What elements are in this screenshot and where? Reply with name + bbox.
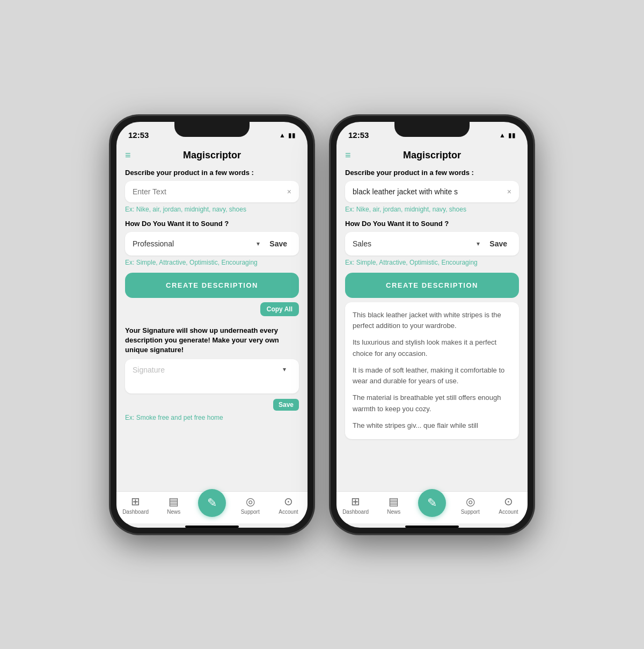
nav-dashboard-label-right: Dashboard xyxy=(342,509,369,515)
sound-label-left: How Do You Want it to Sound ? xyxy=(125,220,299,228)
sound-row-left: Professional Sales Simple Attractive Opt… xyxy=(125,232,299,256)
sound-select-left[interactable]: Professional Sales Simple Attractive Opt… xyxy=(133,239,257,248)
notch-right xyxy=(394,122,470,137)
account-icon-right: ⊙ xyxy=(504,495,513,508)
sound-hint-left: Ex: Simple, Attractive, Optimistic, Enco… xyxy=(125,259,299,266)
nav-account-label-left: Account xyxy=(279,509,298,515)
wifi-icon-left: ▲ xyxy=(279,132,286,139)
desc-p3: It is made of soft leather, making it co… xyxy=(353,365,511,388)
product-label-left: Describe your product in a few words : xyxy=(125,169,299,177)
nav-news-label-right: News xyxy=(387,509,400,515)
bottom-bar-right xyxy=(405,526,459,528)
status-icons-right: ▲ ▮▮ xyxy=(499,132,516,139)
dropdown-arrow-right: ▾ xyxy=(477,240,480,247)
copy-all-btn-left[interactable]: Copy All xyxy=(260,302,299,316)
nav-support-label-left: Support xyxy=(241,509,260,515)
nav-support-label-right: Support xyxy=(461,509,480,515)
notch-left xyxy=(174,122,250,137)
desc-p5: The white stripes giv... que flair while… xyxy=(353,420,511,432)
phone-left: 12:53 ▲ ▮▮ ≡ Magiscriptor Describe your … xyxy=(110,115,314,534)
phone-content-right: Describe your product in a few words : ×… xyxy=(336,166,528,491)
signature-title-left: Your Signature will show up underneath e… xyxy=(125,326,299,355)
create-btn-right[interactable]: CREATE DESCRIPTION xyxy=(345,273,519,298)
nav-news-right[interactable]: ▤ News xyxy=(375,495,413,515)
dashboard-icon-right: ⊞ xyxy=(351,495,360,508)
product-hint-right: Ex: Nike, air, jordan, midnight, navy, s… xyxy=(345,206,519,213)
clear-btn-right[interactable]: × xyxy=(507,187,511,196)
time-right: 12:53 xyxy=(348,130,369,140)
desc-p1: This black leather jacket with white str… xyxy=(353,310,511,332)
nav-news-label-left: News xyxy=(167,509,180,515)
nav-account-left[interactable]: ⊙ Account xyxy=(269,495,308,515)
app-header-right: ≡ Magiscriptor xyxy=(336,145,528,166)
hamburger-icon-left[interactable]: ≡ xyxy=(125,150,131,161)
dropdown-arrow-left: ▾ xyxy=(257,240,260,247)
news-icon-left: ▤ xyxy=(169,495,179,508)
account-icon-left: ⊙ xyxy=(284,495,293,508)
save-sound-btn-left[interactable]: Save xyxy=(265,237,291,250)
time-left: 12:53 xyxy=(128,130,149,140)
dashboard-icon-left: ⊞ xyxy=(131,495,140,508)
battery-icon-right: ▮▮ xyxy=(508,132,516,139)
app-title-right: Magiscriptor xyxy=(403,150,461,161)
desc-p2: Its luxurious and stylish look makes it … xyxy=(353,337,511,360)
nav-news-left[interactable]: ▤ News xyxy=(155,495,193,515)
phone-content-left: Describe your product in a few words : ×… xyxy=(116,166,308,491)
support-icon-left: ◎ xyxy=(246,495,255,508)
compose-btn-left[interactable]: ✎ xyxy=(198,489,226,517)
product-input-right[interactable]: × xyxy=(345,181,519,202)
sig-placeholder-left: Signature xyxy=(133,366,165,374)
product-input-left[interactable]: × xyxy=(125,181,299,202)
bottom-bar-left xyxy=(185,526,239,528)
nav-dashboard-label-left: Dashboard xyxy=(122,509,149,515)
phone-right: 12:53 ▲ ▮▮ ≡ Magiscriptor Describe your … xyxy=(330,115,534,534)
app-header-left: ≡ Magiscriptor xyxy=(116,145,308,166)
status-icons-left: ▲ ▮▮ xyxy=(279,132,296,139)
battery-icon-left: ▮▮ xyxy=(288,132,296,139)
nav-dashboard-left[interactable]: ⊞ Dashboard xyxy=(116,495,155,515)
bottom-nav-left: ⊞ Dashboard ▤ News ✎ ◎ Support ⊙ Accoun xyxy=(116,491,308,523)
sound-select-right[interactable]: Professional Sales Simple Attractive Opt… xyxy=(353,239,477,248)
compose-btn-right[interactable]: ✎ xyxy=(418,489,446,517)
wifi-icon-right: ▲ xyxy=(499,132,506,139)
sig-dropdown-left[interactable]: ▾ xyxy=(283,366,286,373)
create-btn-left[interactable]: CREATE DESCRIPTION xyxy=(125,273,299,298)
sound-row-right: Professional Sales Simple Attractive Opt… xyxy=(345,232,519,256)
product-text-input-left[interactable] xyxy=(133,187,287,196)
bottom-nav-right: ⊞ Dashboard ▤ News ✎ ◎ Support ⊙ Accoun xyxy=(336,491,528,523)
nav-dashboard-right[interactable]: ⊞ Dashboard xyxy=(336,495,375,515)
screenshot-container: 12:53 ▲ ▮▮ ≡ Magiscriptor Describe your … xyxy=(110,115,534,534)
nav-support-left[interactable]: ◎ Support xyxy=(231,495,269,515)
product-label-right: Describe your product in a few words : xyxy=(345,169,519,177)
product-hint-left: Ex: Nike, air, jordan, midnight, navy, s… xyxy=(125,206,299,213)
sound-hint-right: Ex: Simple, Attractive, Optimistic, Enco… xyxy=(345,259,519,266)
nav-account-right[interactable]: ⊙ Account xyxy=(489,495,528,515)
clear-btn-left[interactable]: × xyxy=(287,187,291,196)
nav-center-right: ✎ xyxy=(418,489,446,517)
desc-p4: The material is breathable yet still off… xyxy=(353,392,511,415)
nav-center-left: ✎ xyxy=(198,489,226,517)
description-card-right: This black leather jacket with white str… xyxy=(345,302,519,439)
support-icon-right: ◎ xyxy=(466,495,475,508)
signature-box-left: Signature ▾ xyxy=(125,359,299,393)
hamburger-icon-right[interactable]: ≡ xyxy=(345,150,351,161)
nav-support-right[interactable]: ◎ Support xyxy=(451,495,489,515)
app-title-left: Magiscriptor xyxy=(183,150,241,161)
save-sound-btn-right[interactable]: Save xyxy=(485,237,511,250)
news-icon-right: ▤ xyxy=(389,495,399,508)
sig-save-btn-left[interactable]: Save xyxy=(273,399,299,411)
smoke-hint-left: Ex: Smoke free and pet free home xyxy=(125,414,299,421)
product-text-input-right[interactable] xyxy=(353,187,507,196)
sound-label-right: How Do You Want it to Sound ? xyxy=(345,220,519,228)
nav-account-label-right: Account xyxy=(499,509,518,515)
